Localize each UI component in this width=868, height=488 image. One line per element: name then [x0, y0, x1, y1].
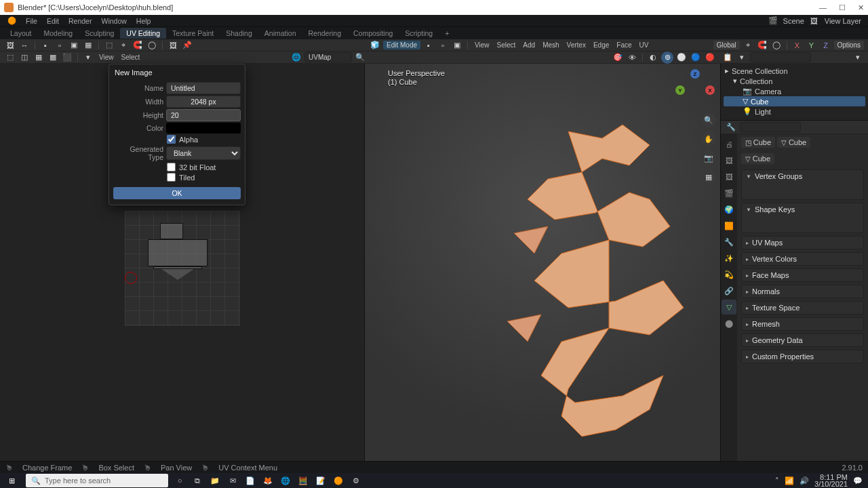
zoom-icon[interactable]: 🔍: [701, 113, 716, 127]
tray-network-icon[interactable]: 📶: [785, 476, 794, 485]
tb-app-icon[interactable]: 🧮: [294, 473, 312, 488]
tab-compositing[interactable]: Compositing: [347, 28, 399, 39]
menu-edit[interactable]: Edit: [42, 17, 64, 25]
tab-sculpting[interactable]: Sculpting: [79, 28, 120, 39]
particle-tab-icon[interactable]: ✨: [722, 251, 736, 266]
uv-selmode3-icon[interactable]: ▦: [33, 52, 45, 64]
tab-rendering[interactable]: Rendering: [302, 28, 347, 39]
tab-modeling[interactable]: Modeling: [38, 28, 79, 39]
outliner-filter-icon[interactable]: ▾: [736, 52, 748, 64]
taskview-icon[interactable]: ⧉: [189, 473, 206, 488]
viewport-editor-type-icon[interactable]: 🧊: [369, 39, 381, 52]
world-tab-icon[interactable]: 🌍: [722, 202, 736, 217]
image-height-input[interactable]: [166, 109, 241, 121]
tiled-checkbox-row[interactable]: Tiled: [113, 173, 241, 182]
section-geometry-data[interactable]: ▸Geometry Data: [741, 333, 864, 347]
section-vertex-groups[interactable]: ▼Vertex Groups: [741, 169, 864, 200]
tiled-checkbox[interactable]: [167, 173, 176, 182]
tb-app-icon[interactable]: 📝: [312, 473, 330, 488]
section-texture-space[interactable]: ▸Texture Space: [741, 301, 864, 314]
camera-icon[interactable]: 📷: [701, 150, 716, 165]
uv-vertex-sel-icon[interactable]: ▪: [39, 39, 52, 52]
shading-wire-icon[interactable]: ⊚: [661, 52, 673, 64]
mirror-y-icon[interactable]: Y: [806, 39, 818, 52]
crumb-mesh[interactable]: ▽ Cube: [777, 137, 810, 148]
section-remesh[interactable]: ▸Remesh: [741, 317, 864, 331]
outliner-collection[interactable]: ▾Collection: [724, 76, 865, 86]
outliner-search-input[interactable]: [750, 52, 811, 62]
window-maximize-icon[interactable]: ☐: [839, 3, 846, 12]
tb-app-icon[interactable]: 📁: [206, 473, 224, 488]
tab-texture-paint[interactable]: Texture Paint: [166, 28, 220, 39]
alpha-checkbox-row[interactable]: Alpha: [113, 135, 241, 144]
uv-island[interactable]: [160, 223, 183, 239]
start-button[interactable]: ⊞: [0, 473, 23, 488]
tab-layout[interactable]: Layout: [4, 28, 38, 39]
tab-animation[interactable]: Animation: [258, 28, 302, 39]
shading-rendered-icon[interactable]: 🔴: [704, 52, 716, 64]
properties-search-input[interactable]: [740, 122, 801, 132]
float-checkbox-row[interactable]: 32 bit Float: [113, 163, 241, 171]
outliner-scene-collection[interactable]: ▸Scene Collection: [724, 66, 865, 76]
system-tray[interactable]: ˄ 📶 🔊 8:11 PM 3/10/2021 💬: [770, 474, 868, 487]
uv-menu-view[interactable]: View: [96, 54, 117, 61]
mesh-name-field[interactable]: ▽ Cube: [741, 153, 774, 164]
mode-selector[interactable]: Edit Mode: [383, 41, 420, 49]
section-vertex-colors[interactable]: ▸Vertex Colors: [741, 252, 864, 266]
outliner-cube[interactable]: ▽Cube: [724, 96, 865, 106]
snap-icon[interactable]: 🧲: [132, 39, 144, 52]
uv-island[interactable]: [148, 239, 208, 266]
uv-editor-type-icon[interactable]: 🖼: [4, 39, 16, 52]
shading-solid-icon[interactable]: ⚪: [675, 52, 688, 64]
viewport-area[interactable]: ▭ ✥ ↔ ⟳ ⤡ ✥ ✎ 📏 ◩ ⬒ ◫ ◰ ▦ 🔪 ▲ 🌀 〰 ⇆ ⇲ ⬔ …: [365, 64, 720, 473]
properties-editor-icon[interactable]: 🔧: [725, 121, 737, 134]
uv-island-sel-icon[interactable]: ▦: [82, 39, 94, 52]
viewport-menu-view[interactable]: View: [472, 41, 492, 49]
viewlayer-icon[interactable]: 🖼: [808, 15, 821, 27]
cortana-icon[interactable]: ○: [171, 473, 189, 488]
navigation-gizmo[interactable]: Z Y X: [675, 69, 715, 108]
ok-button[interactable]: OK: [113, 187, 241, 199]
proportional-icon[interactable]: ◯: [146, 39, 158, 52]
outliner-filter2-icon[interactable]: ▾: [852, 52, 864, 64]
section-uv-maps[interactable]: ▸UV Maps: [741, 236, 864, 249]
pivot-icon[interactable]: ⌖: [117, 39, 130, 52]
image-name-input[interactable]: [166, 82, 241, 94]
uv-menu-select[interactable]: Select: [119, 54, 143, 61]
scene-tab-icon[interactable]: 🎬: [722, 186, 736, 201]
render-tab-icon[interactable]: 🖨: [722, 137, 736, 152]
viewlayer-tab-icon[interactable]: 🖼: [722, 169, 736, 184]
section-normals[interactable]: ▸Normals: [741, 285, 864, 298]
viewport-menu-uv[interactable]: UV: [637, 41, 652, 49]
section-shape-keys[interactable]: ▼Shape Keys: [741, 203, 864, 233]
gizmo-x-axis[interactable]: X: [705, 85, 715, 95]
section-custom-props[interactable]: ▸Custom Properties: [741, 350, 864, 363]
tb-app-icon[interactable]: 🟠: [330, 473, 347, 488]
gizmo-y-axis[interactable]: Y: [675, 85, 685, 95]
gizmo-z-axis[interactable]: Z: [690, 69, 700, 79]
blender-icon[interactable]: 🟠: [3, 16, 21, 25]
viewport-menu-face[interactable]: Face: [614, 41, 634, 49]
overlay-toggle-icon[interactable]: 👁: [626, 52, 638, 64]
tb-app-icon[interactable]: ⚙: [347, 473, 365, 488]
pan-icon[interactable]: ✋: [701, 131, 716, 146]
uv-sticky2-icon[interactable]: ▾: [82, 52, 94, 64]
viewport-menu-add[interactable]: Add: [520, 41, 538, 49]
window-close-icon[interactable]: ✕: [858, 3, 864, 12]
object-tab-icon[interactable]: 🟧: [722, 218, 736, 233]
viewport-canvas[interactable]: User Perspective (1) Cube Z Y X 🔍 ✋ 📷: [365, 64, 720, 473]
window-minimize-icon[interactable]: —: [819, 3, 827, 12]
gizmo-toggle-icon[interactable]: 🎯: [612, 52, 624, 64]
proportional2-icon[interactable]: ◯: [770, 39, 783, 52]
viewport-menu-vertex[interactable]: Vertex: [564, 41, 589, 49]
tab-shading[interactable]: Shading: [220, 28, 258, 39]
tb-app-icon[interactable]: ✉: [224, 473, 241, 488]
outliner-editor-icon[interactable]: 📋: [722, 52, 734, 64]
tb-app-icon[interactable]: 🦊: [259, 473, 277, 488]
tab-uv-editing[interactable]: UV Editing: [120, 28, 166, 39]
outliner[interactable]: ▸Scene Collection ▾Collection 📷Camera ▽C…: [721, 64, 868, 121]
pivot2-icon[interactable]: ⌖: [742, 39, 754, 52]
mirror-x-icon[interactable]: X: [791, 39, 804, 52]
viewlayer-name[interactable]: View Layer: [821, 17, 865, 25]
image-width-input[interactable]: [166, 96, 241, 108]
